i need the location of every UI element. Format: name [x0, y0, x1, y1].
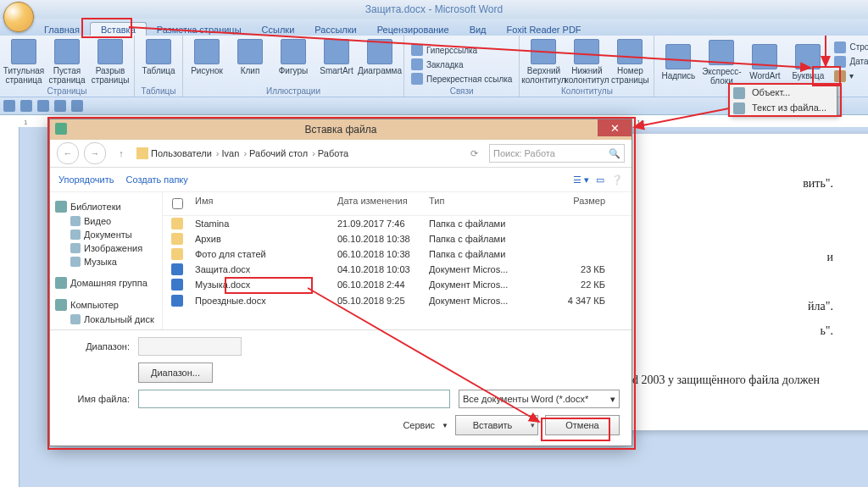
nav-back-button[interactable]: ←: [57, 142, 79, 164]
side-homegroup[interactable]: Домашняя группа: [53, 275, 159, 291]
file-row[interactable]: Stamina21.09.2017 7:46Папка с файлами: [163, 216, 632, 231]
btn-clip[interactable]: Клип: [230, 37, 270, 75]
btn-chart[interactable]: Диаграмма: [359, 37, 400, 75]
col-name[interactable]: Имя: [192, 196, 334, 212]
btn-datetime[interactable]: Дата и время: [831, 55, 868, 69]
btn-table[interactable]: Таблица: [138, 37, 179, 75]
nav-fwd-button[interactable]: →: [84, 142, 106, 164]
side-images[interactable]: Изображения: [53, 241, 159, 255]
service-dropdown[interactable]: Сервис: [403, 420, 435, 430]
range-input[interactable]: [138, 337, 242, 356]
insert-button[interactable]: Вставить: [455, 415, 538, 435]
col-size[interactable]: Размер: [542, 196, 609, 212]
lq-icon3[interactable]: [54, 100, 66, 112]
range-label: Диапазон:: [62, 341, 130, 351]
tab-home[interactable]: Главная: [34, 23, 90, 36]
btn-dropcap[interactable]: Буквица: [787, 42, 828, 80]
lq-icon[interactable]: [20, 100, 32, 112]
dialog-nav: ← → ↑ ПользователиIvanРабочий столРабота…: [50, 140, 632, 168]
refresh-button[interactable]: ⟳: [464, 143, 484, 163]
lq-icon4[interactable]: [71, 100, 83, 112]
word-app-window: Защита.docx - Microsoft Word Главная Вст…: [0, 0, 868, 487]
btn-smartart[interactable]: SmartArt: [316, 37, 357, 75]
btn-header[interactable]: Верхний колонтитул: [523, 37, 564, 85]
tab-foxit[interactable]: Foxit Reader PDF: [497, 23, 592, 36]
menu-text-from-file[interactable]: Текст из файла...: [730, 100, 837, 115]
btn-pagenum[interactable]: Номер страницы: [609, 37, 650, 85]
homegroup-icon: [55, 277, 67, 289]
btn-picture[interactable]: Рисунок: [186, 37, 227, 75]
dialog-toolbar: Упорядочить Создать папку ☰ ▾ ▭ ❔: [50, 168, 632, 192]
btn-page-break[interactable]: Разрыв страницы: [90, 37, 131, 85]
dialog-titlebar: Вставка файла ✕: [50, 119, 632, 140]
organize-button[interactable]: Упорядочить: [58, 174, 114, 185]
dialog-bottom: Диапазон: Диапазон... Имя файла: Все док…: [50, 329, 632, 445]
side-documents[interactable]: Документы: [53, 228, 159, 241]
dialog-close-button[interactable]: ✕: [598, 119, 632, 136]
tab-links[interactable]: Ссылки: [252, 23, 305, 36]
menu-object[interactable]: Объект...: [730, 85, 837, 100]
side-libraries[interactable]: Библиотеки: [53, 199, 159, 214]
lq-icon2[interactable]: [37, 100, 49, 112]
dialog-sidebar: Библиотеки Видео Документы Изображения М…: [50, 192, 163, 329]
btn-quickparts[interactable]: Экспресс-блоки: [701, 38, 742, 86]
file-filter-select[interactable]: Все документы Word (*.docx*▾: [459, 390, 620, 408]
word-doc-icon: [55, 123, 67, 135]
lq-save-icon[interactable]: [3, 100, 15, 112]
btn-cover-page[interactable]: Титульная страница: [3, 37, 44, 85]
list-header: Имя Дата изменения Тип Размер: [163, 192, 632, 216]
dialog-title: Вставка файла: [305, 124, 377, 136]
help-button[interactable]: ❔: [611, 174, 623, 185]
btn-object-dropdown[interactable]: ▾: [831, 69, 868, 83]
breadcrumb[interactable]: ПользователиIvanРабочий столРабота: [136, 147, 459, 159]
app-title: Защита.docx - Microsoft Word: [365, 3, 503, 15]
file-row[interactable]: Защита.docx04.10.2018 10:03Документ Micr…: [163, 262, 632, 277]
btn-blank-page[interactable]: Пустая страница: [47, 37, 87, 85]
group-pages: Титульная страница Пустая страница Разры…: [0, 36, 135, 97]
office-button[interactable]: [3, 2, 34, 32]
side-computer[interactable]: Компьютер: [53, 297, 159, 313]
tab-insert[interactable]: Вставка: [90, 22, 147, 36]
btn-crossref[interactable]: Перекрестная ссылка: [408, 72, 515, 86]
view-options-button[interactable]: ☰ ▾: [573, 174, 589, 185]
btn-shapes[interactable]: Фигуры: [273, 37, 314, 75]
file-row[interactable]: Фото для статей06.10.2018 10:38Папка с ф…: [163, 246, 632, 262]
group-links: Гиперссылка Закладка Перекрестная ссылка…: [404, 36, 520, 97]
side-music[interactable]: Музыка: [53, 255, 159, 268]
file-row[interactable]: Архив06.10.2018 10:38Папка с файлами: [163, 231, 632, 246]
side-video[interactable]: Видео: [53, 214, 159, 228]
newfolder-button[interactable]: Создать папку: [125, 174, 187, 185]
select-all-checkbox[interactable]: [172, 198, 183, 209]
ribbon-tabs: Главная Вставка Разметка страницы Ссылки…: [0, 19, 868, 36]
btn-signature[interactable]: Строка подписи: [831, 41, 868, 54]
folder-icon: [136, 147, 148, 159]
col-type[interactable]: Тип: [426, 196, 542, 212]
tab-layout[interactable]: Разметка страницы: [147, 23, 252, 36]
library-icon: [55, 201, 67, 213]
filename-input[interactable]: [138, 390, 450, 408]
btn-hyperlink[interactable]: Гиперссылка: [408, 43, 515, 57]
object-dropdown-menu: Объект... Текст из файла...: [729, 84, 837, 116]
range-button[interactable]: Диапазон...: [138, 362, 213, 383]
preview-toggle-button[interactable]: ▭: [596, 174, 604, 185]
filename-label: Имя файла:: [62, 394, 130, 404]
insert-file-dialog: Вставка файла ✕ ← → ↑ ПользователиIvanРа…: [49, 119, 632, 446]
group-headers: Верхний колонтитул Нижний колонтитул Ном…: [520, 36, 654, 97]
tab-mailings[interactable]: Рассылки: [304, 23, 366, 36]
btn-textbox[interactable]: Надпись: [658, 42, 698, 80]
btn-bookmark[interactable]: Закладка: [408, 58, 515, 71]
group-illustrations: Рисунок Клип Фигуры SmartArt Диаграмма И…: [183, 36, 404, 97]
computer-icon: [55, 299, 67, 311]
cancel-button[interactable]: Отмена: [545, 415, 620, 435]
btn-footer[interactable]: Нижний колонтитул: [566, 37, 607, 85]
search-input[interactable]: Поиск: Работа🔍: [489, 144, 625, 163]
tab-view[interactable]: Вид: [459, 23, 497, 36]
side-localdisk[interactable]: Локальный диск: [53, 313, 159, 326]
btn-wordart[interactable]: WordArt: [744, 42, 785, 80]
col-date[interactable]: Дата изменения: [334, 196, 426, 212]
file-row[interactable]: Проездные.docx05.10.2018 9:25Документ Mi…: [163, 292, 632, 307]
file-row[interactable]: Музыка.docx06.10.2018 2:44Документ Micro…: [163, 277, 632, 292]
file-list: Имя Дата изменения Тип Размер Stamina21.…: [163, 192, 632, 329]
tab-review[interactable]: Рецензирование: [367, 23, 459, 36]
nav-up-button[interactable]: ↑: [111, 143, 131, 163]
